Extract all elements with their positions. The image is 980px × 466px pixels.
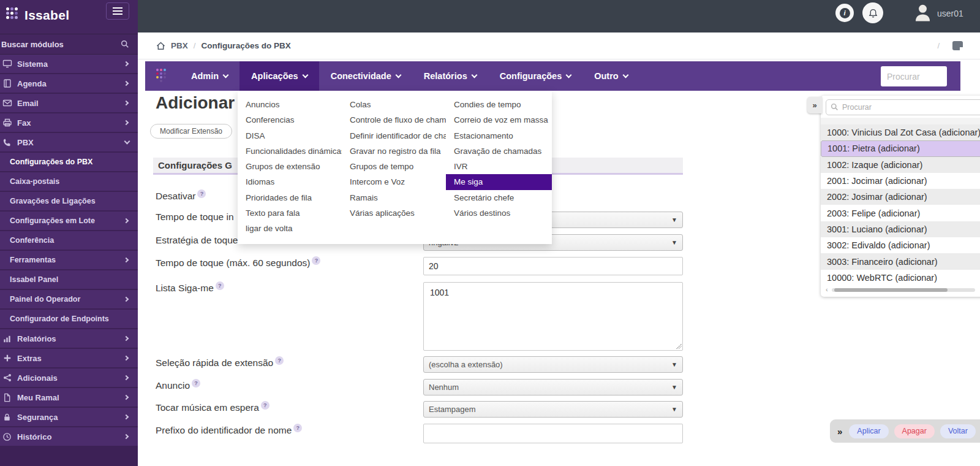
menu-item-prioridades-de-fila[interactable]: Prioridades de fila [238, 190, 342, 205]
menu-item-ivr[interactable]: IVR [446, 159, 552, 174]
delete-button[interactable]: Apagar [894, 424, 935, 438]
actionbar-collapse-icon[interactable]: » [837, 426, 842, 437]
sidebar-item-caixa-postais[interactable]: Caixa-postais [0, 172, 138, 191]
sidebar-item-relatorios[interactable]: Relatórios [0, 329, 138, 348]
help-icon[interactable]: ? [293, 424, 302, 432]
menu-item-gravar-no-registro[interactable]: Gravar no registro da fila [342, 143, 446, 159]
user-avatar[interactable] [911, 1, 934, 26]
menu-item-definir-identificador[interactable]: Definir identificador de chama [342, 128, 446, 143]
sidebar-item-gravacoes-de-ligacoes[interactable]: Gravações de Ligações [0, 192, 138, 210]
menu-item-estacionamento[interactable]: Estacionamento [446, 128, 552, 143]
sidebar-item-agenda[interactable]: Agenda [0, 74, 138, 93]
sidebar-item-configurador-de-endpoints[interactable]: Configurador de Endpoints [0, 310, 138, 328]
ringtime-input[interactable] [423, 257, 683, 275]
menu-item-idiomas[interactable]: Idiomas [238, 174, 342, 189]
modify-extension-button[interactable]: Modificar Extensão [150, 124, 232, 139]
menu-item-me-siga[interactable]: Me siga [446, 174, 552, 189]
extension-list-item[interactable]: 10000: WebRTC (adicionar) [821, 270, 980, 286]
menu-item-grupos-de-tempo[interactable]: Grupos de tempo [342, 159, 446, 174]
menu-item-ramais[interactable]: Ramais [342, 190, 446, 205]
nav-tab-relatorios[interactable]: Relatórios [412, 61, 488, 91]
help-icon[interactable]: ? [261, 401, 270, 410]
menu-item-varios-destinos[interactable]: Vários destinos [446, 205, 552, 221]
nav-search-input[interactable] [881, 66, 947, 86]
panel-collapse-button[interactable]: » [807, 97, 822, 113]
extension-list-item[interactable]: 1002: Izaque (adicionar) [821, 157, 980, 173]
hamburger-menu-icon[interactable] [106, 2, 129, 20]
followme-list-textarea[interactable]: 1001 [423, 282, 683, 351]
sidebar-module-search[interactable]: Buscar módulos [0, 34, 138, 55]
clock-icon [2, 432, 12, 441]
home-icon[interactable] [156, 42, 165, 50]
note-icon[interactable] [952, 41, 963, 50]
menu-item-funcionalidades-dinamicas[interactable]: Funcionalidades dinámicas [238, 143, 342, 159]
breadcrumb-root[interactable]: PBX [171, 41, 188, 50]
nav-tab-outro[interactable]: Outro [582, 61, 639, 91]
menu-item-controle-de-fluxo[interactable]: Controle de fluxo de chamada [342, 112, 446, 128]
quickdial-select[interactable]: (escolha a extensão)▼ [423, 356, 683, 373]
issabel-logo[interactable]: Issabel [6, 7, 69, 23]
nav-tab-configuracoes[interactable]: Configurações [488, 61, 583, 91]
sidebar-item-extras[interactable]: Extras [0, 349, 138, 367]
sidebar-item-painel-do-operador[interactable]: Painel do Operador [0, 290, 138, 308]
help-icon[interactable]: ? [197, 189, 206, 198]
extensions-search-input[interactable] [826, 99, 980, 115]
sidebar-item-meu-ramal[interactable]: Meu Ramal [0, 388, 138, 407]
menu-item-conferencias[interactable]: Conferencias [238, 112, 342, 128]
sidebar-item-pbx[interactable]: PBX [0, 133, 138, 151]
sidebar-item-historico[interactable]: Histórico [0, 427, 138, 446]
menu-item-ligar-de-volta[interactable]: ligar de volta [238, 221, 342, 236]
extension-list-item[interactable]: 3001: Luciano (adicionar) [821, 221, 980, 237]
scrollbar-thumb[interactable] [834, 288, 948, 292]
nav-tab-aplicacoes[interactable]: Aplicações [239, 61, 319, 91]
menu-item-gravacao-de-chamadas[interactable]: Gravação de chamadas [446, 143, 552, 159]
extension-list-item[interactable]: 2002: Josimar (adicionar) [821, 189, 980, 205]
horizontal-scrollbar[interactable]: ‹ [826, 288, 980, 292]
extension-list-item[interactable]: 3002: Edivaldo (adicionar) [821, 237, 980, 253]
music-on-hold-select[interactable]: Estampagem▼ [423, 401, 683, 418]
menu-item-colas[interactable]: Colas [342, 97, 446, 112]
sidebar-item-configuracoes-do-pbx[interactable]: Configurações do PBX [0, 153, 138, 171]
sidebar-item-seguranca[interactable]: Segurança [0, 408, 138, 426]
nav-tab-conectividade[interactable]: Conectividade [319, 61, 412, 91]
menu-item-secretario-chefe[interactable]: Secretário chefe [446, 190, 552, 205]
menu-item-condies-de-tempo[interactable]: Condies de tempo [446, 97, 552, 112]
menu-item-texto-para-fala[interactable]: Texto para fala [238, 205, 342, 221]
chevron-right-icon [124, 218, 129, 223]
help-icon[interactable]: ? [192, 379, 200, 388]
sidebar-item-adicionais[interactable]: Adicionais [0, 369, 138, 387]
sidebar-item-conferencia[interactable]: Conferência [0, 231, 138, 250]
help-icon[interactable]: ? [275, 356, 284, 365]
resize-grip-icon[interactable] [676, 343, 682, 349]
sidebar-item-ferramentas[interactable]: Ferramentas [0, 251, 138, 269]
menu-item-anuncios[interactable]: Anuncios [238, 97, 342, 112]
sidebar-item-fax[interactable]: Fax [0, 113, 138, 132]
notifications-bell-icon[interactable] [862, 2, 883, 23]
back-button[interactable]: Voltar [940, 424, 976, 438]
extension-list-item[interactable]: 1000: Vinicius Dal Zot Casa (adicionar) [821, 124, 980, 140]
menu-item-intercom-e-voz[interactable]: Intercom e Voz [342, 174, 446, 189]
menu-item-varias-aplicacoes[interactable]: Várias aplicações [342, 205, 446, 221]
sidebar-item-configuracoes-em-lote[interactable]: Configurações em Lote [0, 212, 138, 230]
scroll-left-arrow-icon[interactable]: ‹ [826, 286, 828, 293]
apps-grid-icon[interactable] [156, 69, 171, 83]
followme-list-label: Lista Siga-me? [156, 281, 224, 294]
extension-list-item[interactable]: 2001: Jocimar (adicionar) [821, 173, 980, 189]
sidebar-item-sistema[interactable]: Sistema [0, 55, 138, 73]
info-icon[interactable]: i [835, 4, 854, 22]
help-icon[interactable]: ? [312, 256, 320, 265]
extension-list-item[interactable]: 2003: Felipe (adicionar) [821, 205, 980, 221]
help-icon[interactable]: ? [216, 281, 224, 290]
username-label[interactable]: user01 [937, 9, 963, 18]
menu-item-correio-de-voz-em-massa[interactable]: Correio de voz em massa [446, 112, 552, 128]
sidebar-item-issabel-panel[interactable]: Issabel Panel [0, 270, 138, 289]
extension-list-item-selected[interactable]: 1001: Pietra (adicionar) [821, 140, 980, 156]
announcement-select[interactable]: Nenhum▼ [423, 379, 683, 395]
apply-button[interactable]: Aplicar [849, 424, 888, 438]
nav-tab-admin[interactable]: Admin [179, 61, 239, 91]
sidebar-item-email[interactable]: Email [0, 94, 138, 112]
menu-item-disa[interactable]: DISA [238, 128, 342, 143]
menu-item-grupos-de-extensao[interactable]: Grupos de extensão [238, 159, 342, 174]
cid-prefix-input[interactable] [423, 424, 683, 443]
extension-list-item[interactable]: 3003: Financeiro (adicionar) [821, 253, 980, 269]
